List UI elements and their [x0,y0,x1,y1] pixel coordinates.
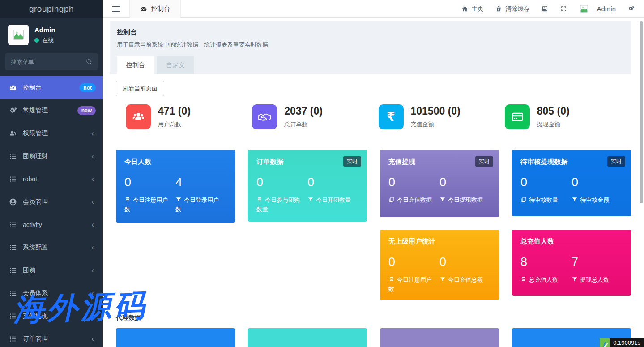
settings-button[interactable] [628,5,635,12]
agent-section-title: 代理数据 [116,314,631,322]
card-recharge-withdraw: 充值提现 实时 0 今日充值数据 0 今日提现数据 [380,150,499,217]
page-subtitle: 用于展示当前系统中的统计数据、统计报表及重要实时数据 [117,41,624,49]
card-value: 4 [175,176,224,189]
sidebar-item-label: 常规管理 [23,107,77,115]
stat-total-users: 471 (0) 用户总数 [126,104,252,129]
sidebar-item-label: 系统配置 [23,244,91,252]
home-button[interactable]: 主页 [461,5,483,13]
agent-cards [116,328,631,347]
sidebar-item-permissions[interactable]: 权限管理 ‹ [0,122,103,145]
chevron-left-icon: ‹ [91,152,96,160]
trash-icon [495,5,502,12]
list-icon [9,289,17,297]
sidebar-item-system-config[interactable]: 系统配置 ‹ [0,236,103,259]
card-label: 提现总人数 [571,275,620,284]
topbar: 控制台 主页 清除缓存 Admin [103,0,644,18]
card-today-users: 今日人数 0 今日注册用户数 4 今日登录用户数 [116,150,235,223]
chevron-left-icon: ‹ [91,335,96,343]
broken-image-icon [579,4,589,14]
panel-heading: 控制台 用于展示当前系统中的统计数据、统计报表及重要实时数据 控制台 自定义 [110,21,631,74]
stat-value: 805 (0) [537,105,570,117]
trace-logo-icon[interactable] [600,338,610,347]
tab-custom[interactable]: 自定义 [157,56,194,74]
panel-tabs: 控制台 自定义 [117,56,624,74]
sidebar-item-label: 会员管理 [23,198,91,206]
execution-timer: 0.190091s [600,338,644,347]
chevron-left-icon: ‹ [91,312,96,320]
chevron-left-icon: ‹ [91,129,96,137]
database-icon [520,276,527,283]
user-status: 在线 [34,36,55,44]
sidebar-item-groupbuy-finance[interactable]: 团购理财 ‹ [0,145,103,167]
rupee-icon: ₹ [379,104,404,129]
database-icon [256,197,263,203]
card-value: 0 [388,176,437,189]
sidebar-item-activity[interactable]: activity ‹ [0,213,103,236]
sidebar-item-orders[interactable]: 订单管理 ‹ [0,327,103,347]
filter-icon [175,197,182,203]
language-button[interactable] [542,5,548,12]
topbar-tab-dashboard[interactable]: 控制台 [129,0,181,18]
divider [593,5,593,13]
card-label: 待审核数量 [520,195,569,205]
refresh-page-button[interactable]: 刷新当前页面 [116,81,164,96]
sidebar-item-label: 权限管理 [23,129,91,137]
list-icon [9,335,17,343]
card-label: 今日注册用户数 [388,275,437,294]
sidebar-item-members[interactable]: 会员管理 ‹ [0,190,103,213]
search-input[interactable] [5,53,98,70]
page-title: 控制台 [117,28,624,37]
card-label: 总充值人数 [520,275,569,284]
user-panel: Admin 在线 [0,18,103,51]
topbar-user-menu[interactable]: Admin [579,4,616,14]
tab-dashboard[interactable]: 控制台 [117,56,154,74]
search-icon[interactable] [85,58,93,65]
hot-badge: hot [79,83,96,92]
chevron-left-icon: ‹ [91,244,96,251]
topbar-right: 主页 清除缓存 Admin [461,4,644,14]
sidebar-item-robot[interactable]: robot ‹ [0,167,103,190]
clear-cache-label: 清除缓存 [505,5,529,13]
card-value: 0 [571,176,620,189]
sidebar-item-dashboard[interactable]: 控制台 hot [0,76,103,99]
agent-card [248,328,367,347]
stat-label: 总订单数 [284,120,323,129]
sidebar-item-label: 团购 [23,266,91,274]
topbar-tab-label: 控制台 [151,5,170,13]
agent-card [380,328,499,347]
sidebar-item-member-system[interactable]: 会员体系 ‹ [0,282,103,304]
user-avatar[interactable] [8,25,29,45]
chevron-left-icon: ‹ [91,266,96,274]
copy-icon [388,197,395,203]
broken-image-icon [12,28,25,42]
card-title: 无上级用户统计 [388,237,490,246]
card-title: 今日人数 [124,158,226,166]
sidebar-toggle-button[interactable] [103,5,129,13]
realtime-badge: 实时 [607,156,625,167]
database-icon [388,276,395,283]
user-name: Admin [34,26,55,34]
card-value: 0 [520,176,569,189]
clear-cache-button[interactable]: 清除缓存 [495,5,529,13]
stats-row: 471 (0) 用户总数 2037 (0) 总订单数 ₹ 101500 (0) [116,104,631,129]
card-label: 今日充值数据 [388,195,437,205]
filter-icon [439,276,446,283]
execution-time-label: 0.190091s [610,338,644,347]
fullscreen-button[interactable] [560,5,567,12]
filter-icon [571,197,578,203]
sidebar-item-label: activity [23,221,91,228]
card-label: 今日注册用户数 [124,195,173,214]
vertical-scrollbar[interactable] [640,21,643,203]
chevron-left-icon: ‹ [91,198,96,206]
list-icon [9,312,17,320]
sidebar-item-recharge-withdraw[interactable]: 充值提现 ‹ [0,304,103,327]
card-label: 待审核金额 [571,195,620,205]
filter-icon [439,197,446,203]
sidebar-item-label: 订单管理 [23,335,91,343]
sidebar-item-groupbuy[interactable]: 团购 ‹ [0,259,103,282]
card-value: 7 [571,255,620,269]
card-title: 总充值人数 [520,237,623,246]
card-label: 今日提现数据 [439,195,488,205]
sidebar-item-general[interactable]: 常规管理 new [0,99,103,122]
sidebar: groupingph Admin 在线 控制台 hot 常规管理 [0,0,103,347]
